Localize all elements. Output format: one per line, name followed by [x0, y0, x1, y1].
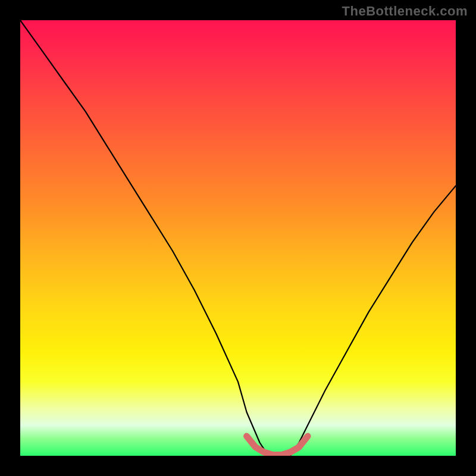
- optimal-band-path: [247, 436, 308, 455]
- plot-area: [20, 20, 456, 456]
- chart-svg: [20, 20, 456, 456]
- chart-frame: TheBottleneck.com: [0, 0, 476, 476]
- bottleneck-curve-path: [20, 20, 456, 456]
- watermark-text: TheBottleneck.com: [342, 4, 468, 19]
